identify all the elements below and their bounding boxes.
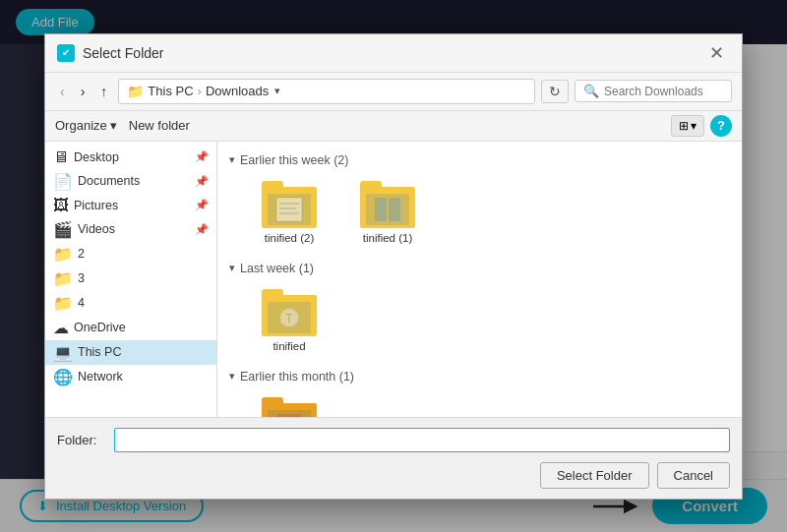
tree-item-pictures[interactable]: 🖼 Pictures 📌	[45, 194, 216, 217]
folder-body-3: T	[262, 295, 317, 336]
tree-item-desktop-label: Desktop	[74, 150, 119, 164]
nav-up-button[interactable]: ↑	[95, 82, 112, 101]
folder-content-svg-4: V	[274, 412, 304, 417]
folder-tinified-1[interactable]: tinified (1)	[343, 173, 432, 250]
organize-button[interactable]: Organize ▾	[55, 118, 117, 133]
folder-body-2	[360, 187, 415, 228]
folder-overlay-2	[366, 194, 409, 225]
group-header-this-month[interactable]: ▾ Earlier this month (1)	[229, 366, 730, 389]
folder-grid-this-month: V Vidmore-0805	[245, 389, 730, 417]
desktop-icon: 🖥	[53, 148, 69, 166]
action-buttons: Select Folder Cancel	[57, 462, 730, 489]
toolbar: Organize ▾ New folder ⊞ ▾ ?	[45, 111, 742, 142]
folder-overlay	[268, 194, 311, 225]
search-input[interactable]	[604, 85, 723, 98]
folder-overlay-3: T	[268, 302, 311, 333]
group-header-last-week[interactable]: ▾ Last week (1)	[229, 258, 730, 281]
tree-item-3[interactable]: 📁 3	[45, 266, 216, 291]
toolbar-right: ⊞ ▾ ?	[671, 115, 732, 137]
folder-thumb-tinified: T	[260, 287, 319, 336]
path-dropdown-button[interactable]: ▾	[274, 85, 280, 97]
folder-2-icon: 📁	[53, 245, 73, 264]
tree-item-4[interactable]: 📁 4	[45, 291, 216, 316]
folder-thumb-tinified-1	[358, 179, 417, 228]
tree-item-desktop[interactable]: 🖥 Desktop 📌	[45, 146, 216, 169]
folder-label-text: Folder:	[57, 433, 106, 447]
folder-content-svg-3: T	[274, 304, 304, 331]
folder-thumb-vidmore: V	[260, 395, 319, 417]
folder-body	[262, 187, 317, 228]
cancel-button[interactable]: Cancel	[657, 462, 730, 489]
tree-pane: 🖥 Desktop 📌 📄 Documents 📌 🖼 Pictures 📌 🎬	[45, 142, 217, 417]
folder-vidmore[interactable]: V Vidmore-0805	[245, 389, 333, 417]
search-box: 🔍	[575, 80, 732, 102]
folder-label-tinified-1: tinified (1)	[363, 232, 413, 244]
tree-item-documents[interactable]: 📄 Documents 📌	[45, 169, 216, 194]
pin-icon-documents: 📌	[195, 175, 209, 188]
dialog-close-button[interactable]: ✕	[703, 42, 730, 64]
folder-3-icon: 📁	[53, 269, 73, 288]
organize-chevron-icon: ▾	[110, 118, 117, 133]
nav-bar: ‹ › ↑ 📁 This PC › Downloads ▾ ↻ 🔍	[45, 73, 742, 111]
dialog-body: 🖥 Desktop 📌 📄 Documents 📌 🖼 Pictures 📌 🎬	[45, 142, 742, 417]
folder-thumb-tinified-2	[260, 179, 319, 228]
group-chevron-this-week: ▾	[229, 153, 235, 166]
documents-icon: 📄	[53, 172, 73, 191]
tree-item-2[interactable]: 📁 2	[45, 242, 216, 266]
dialog-overlay: ✔ Select Folder ✕ ‹ › ↑ 📁 This PC › Down…	[0, 0, 787, 532]
new-folder-button[interactable]: New folder	[129, 118, 190, 133]
tree-item-network[interactable]: 🌐 Network	[45, 365, 216, 389]
onedrive-icon: ☁	[53, 319, 69, 337]
svg-rect-1	[276, 198, 302, 221]
tree-item-onedrive[interactable]: ☁ OneDrive	[45, 316, 216, 340]
folder-overlay-4: V	[268, 410, 311, 417]
dialog-title: Select Folder	[83, 45, 163, 61]
help-button[interactable]: ?	[710, 115, 732, 137]
search-icon: 🔍	[583, 84, 599, 98]
pin-icon-desktop: 📌	[195, 150, 209, 163]
dialog-icon: ✔	[57, 44, 75, 62]
tree-item-videos-label: Videos	[78, 222, 115, 236]
tree-item-onedrive-label: OneDrive	[74, 321, 126, 334]
select-folder-button[interactable]: Select Folder	[540, 462, 649, 489]
group-label-this-month: Earlier this month (1)	[240, 370, 354, 384]
tree-item-4-label: 4	[78, 296, 85, 310]
nav-path-downloads[interactable]: Downloads	[206, 84, 269, 98]
folder-content-svg-2	[373, 196, 402, 223]
tree-item-thispc-label: This PC	[78, 345, 121, 359]
pin-icon-videos: 📌	[195, 223, 209, 236]
folder-tinified-2[interactable]: tinified (2)	[245, 173, 333, 250]
tree-item-thispc[interactable]: 💻 This PC	[45, 340, 216, 365]
select-folder-dialog: ✔ Select Folder ✕ ‹ › ↑ 📁 This PC › Down…	[44, 33, 743, 500]
svg-text:T: T	[285, 312, 293, 325]
folder-tinified[interactable]: T tinified	[245, 281, 333, 358]
folder-content-svg	[274, 196, 304, 223]
folder-grid-last-week: T tinified	[245, 281, 730, 366]
view-button[interactable]: ⊞ ▾	[671, 115, 704, 137]
svg-rect-6	[389, 198, 400, 221]
group-label-last-week: Last week (1)	[240, 262, 314, 275]
tree-item-pictures-label: Pictures	[74, 199, 118, 212]
folder-input[interactable]	[114, 428, 730, 452]
tree-item-3-label: 3	[78, 271, 85, 285]
pin-icon-pictures: 📌	[195, 199, 209, 211]
refresh-button[interactable]: ↻	[541, 80, 569, 103]
tree-item-network-label: Network	[78, 370, 123, 384]
folder-body-4: V	[262, 403, 317, 417]
tree-item-videos[interactable]: 🎬 Videos 📌	[45, 217, 216, 242]
nav-back-button[interactable]: ‹	[55, 82, 70, 101]
tree-item-documents-label: Documents	[78, 174, 140, 188]
pictures-icon: 🖼	[53, 197, 69, 214]
group-header-this-week[interactable]: ▾ Earlier this week (2)	[229, 149, 730, 173]
nav-path: 📁 This PC › Downloads ▾	[118, 79, 535, 104]
content-pane: ▾ Earlier this week (2)	[217, 142, 742, 417]
group-chevron-this-month: ▾	[229, 370, 235, 383]
svg-rect-5	[375, 198, 387, 221]
nav-path-thispc[interactable]: This PC	[148, 84, 193, 98]
view-icon: ⊞	[679, 119, 689, 133]
network-icon: 🌐	[53, 368, 73, 386]
group-chevron-last-week: ▾	[229, 262, 235, 274]
folder-label-tinified-2: tinified (2)	[265, 232, 315, 244]
nav-forward-button[interactable]: ›	[76, 82, 91, 101]
view-chevron-icon: ▾	[691, 119, 696, 133]
